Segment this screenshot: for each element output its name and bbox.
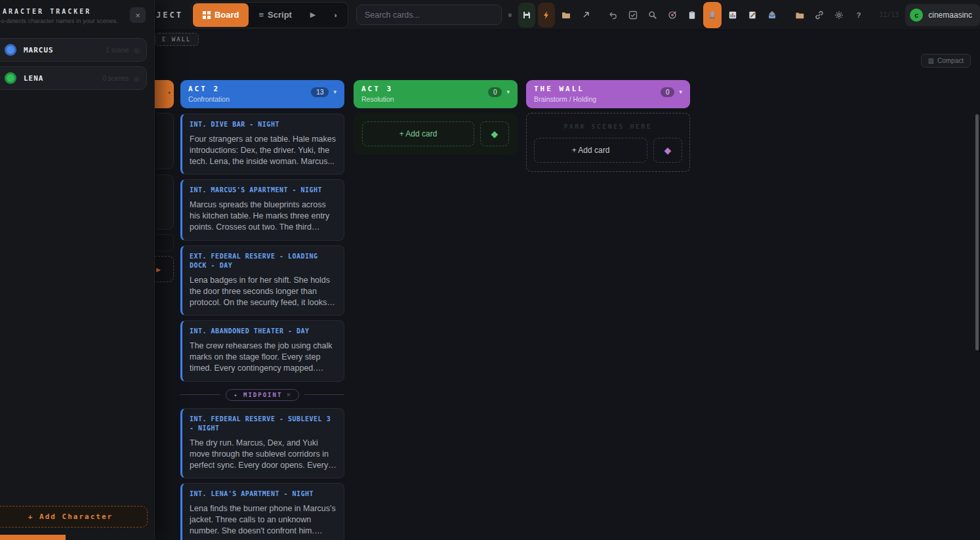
scene-card-title: INT. LENA'S APARTMENT - NIGHT <box>190 489 337 499</box>
scene-card-body: Four strangers at one table. Hale makes … <box>190 134 337 168</box>
scene-card-body: Lena finds the burner phone in Marcus's … <box>190 503 337 537</box>
character-row-lena[interactable]: LENA0 scenes◎ <box>0 66 147 90</box>
contrast-icon: ◑ <box>333 11 338 19</box>
column-the-wall: THE WALL Brainstorm / Holding 0 ▾ PARK S… <box>526 80 690 172</box>
play-icon: ▶ <box>310 10 316 19</box>
character-name: MARCUS <box>24 46 54 54</box>
act2-card-list: INT. DIVE BAR - NIGHTFour strangers at o… <box>180 114 344 540</box>
act2-column-header[interactable]: ACT 2 Confrontation 13 ▾ <box>180 80 344 108</box>
inbox-icon[interactable] <box>764 3 781 28</box>
chart-icon[interactable] <box>724 3 741 28</box>
act2-count-badge: 13 <box>311 87 329 97</box>
act3-column-body: + Add card ◆ <box>354 113 518 155</box>
locate-icon[interactable]: ◎ <box>134 47 140 54</box>
act1-card-sliver[interactable] <box>156 175 174 230</box>
tab-board[interactable]: Board <box>193 3 249 27</box>
tab-script[interactable]: ≡ Script <box>249 3 301 27</box>
character-avatar <box>5 44 16 56</box>
wall-collapse-caret-icon[interactable]: ▾ <box>679 87 682 95</box>
gear-icon[interactable] <box>830 3 847 28</box>
character-scene-count: 0 scenes <box>102 75 129 82</box>
toolbar-group-file <box>517 3 596 28</box>
diamond-icon: ◆ <box>491 129 499 139</box>
divider-line <box>304 394 344 395</box>
save-counter: 11/13 <box>879 11 899 18</box>
act2-collapse-caret-icon[interactable]: ▾ <box>333 87 337 95</box>
breadcrumb-chip-the-wall[interactable]: E WALL <box>155 33 199 46</box>
act3-collapse-caret-icon[interactable]: ▾ <box>506 87 510 95</box>
act1-card-sliver[interactable] <box>156 234 174 251</box>
column-act-3: ACT 3 Resolution 0 ▾ + Add card ◆ <box>354 80 518 155</box>
column-act-2: ACT 2 Confrontation 13 ▾ INT. DIVE BAR -… <box>180 80 344 540</box>
midpoint-label: ✦ MIDPOINT <box>234 392 282 398</box>
search-input[interactable] <box>356 5 502 25</box>
tab-script-label: Script <box>268 10 292 20</box>
scene-card[interactable]: INT. MARCUS'S APARTMENT - NIGHTMarcus sp… <box>180 179 344 240</box>
character-scene-count: 1 scene <box>106 47 129 54</box>
scene-card-title: EXT. FEDERAL RESERVE - LOADING DOCK - DA… <box>190 252 337 271</box>
wall-title: THE WALL <box>534 85 596 93</box>
magnifier-icon[interactable] <box>644 3 661 28</box>
user-menu[interactable]: c cinemaasinc <box>905 4 980 26</box>
clipboard-icon[interactable] <box>684 3 701 28</box>
park-scenes-placeholder: PARK SCENES HERE <box>534 123 682 130</box>
act3-column-header[interactable]: ACT 3 Resolution 0 ▾ <box>354 80 518 108</box>
help-icon[interactable]: ? <box>850 3 867 28</box>
act2-subtitle: Confrontation <box>188 95 230 103</box>
wall-subtitle: Brainstorm / Holding <box>534 95 596 103</box>
link-icon[interactable] <box>811 3 828 28</box>
act1-add-card-sliver[interactable]: ▶ <box>155 256 174 282</box>
scene-card-body: Lena badges in for her shift. She holds … <box>190 275 337 309</box>
project-title: JECT <box>156 10 183 20</box>
scene-card-body: The dry run. Marcus, Dex, and Yuki move … <box>190 438 337 472</box>
scene-card-title: INT. DIVE BAR - NIGHT <box>190 120 337 130</box>
midpoint-close-icon[interactable]: ✕ <box>286 392 291 398</box>
bottom-accent-bar <box>0 535 66 540</box>
scene-card[interactable]: INT. DIVE BAR - NIGHTFour strangers at o… <box>180 114 344 175</box>
act3-diamond-button[interactable]: ◆ <box>480 121 509 146</box>
play-button[interactable]: ▶ <box>302 3 324 27</box>
undo-icon[interactable] <box>605 3 622 28</box>
character-avatar <box>5 72 16 84</box>
share-arrow-icon[interactable] <box>577 3 594 28</box>
status-dot <box>508 13 512 17</box>
diamond-icon: ◆ <box>664 145 672 156</box>
scene-card-title: INT. MARCUS'S APARTMENT - NIGHT <box>190 186 337 196</box>
memo-icon[interactable] <box>744 3 761 28</box>
wall-diamond-button[interactable]: ◆ <box>653 138 682 163</box>
tab-board-label: Board <box>214 10 239 20</box>
act1-caret-icon: ▾ <box>168 90 171 96</box>
act1-column-header-sliver[interactable]: ▾ <box>155 80 174 108</box>
folder-icon[interactable] <box>791 3 808 28</box>
character-list: MARCUS1 scene◎LENA0 scenes◎ <box>0 38 147 90</box>
statue-icon[interactable] <box>703 2 722 28</box>
act1-card-sliver[interactable] <box>156 113 174 169</box>
act3-add-card-button[interactable]: + Add card <box>362 121 474 146</box>
scene-card-title: INT. FEDERAL RESERVE - SUBLEVEL 3 - NIGH… <box>190 415 337 434</box>
add-character-button[interactable]: + Add Character <box>0 506 148 528</box>
wall-count-badge: 0 <box>661 87 675 97</box>
scene-card-title: INT. ABANDONED THEATER - DAY <box>190 327 337 337</box>
locate-icon[interactable]: ◎ <box>134 75 140 82</box>
save-icon[interactable] <box>518 3 535 28</box>
wall-column-header[interactable]: THE WALL Brainstorm / Holding 0 ▾ <box>526 80 690 108</box>
scene-card[interactable]: EXT. FEDERAL RESERVE - LOADING DOCK - DA… <box>180 245 344 316</box>
character-row-marcus[interactable]: MARCUS1 scene◎ <box>0 38 147 62</box>
close-icon[interactable]: × <box>130 7 146 23</box>
target-icon[interactable] <box>664 3 681 28</box>
bolt-icon[interactable] <box>538 3 555 28</box>
user-avatar: c <box>910 9 923 22</box>
character-name: LENA <box>24 74 44 83</box>
checkbox-icon[interactable] <box>624 3 642 28</box>
scene-card[interactable]: INT. ABANDONED THEATER - DAYThe crew reh… <box>180 320 344 381</box>
act3-subtitle: Resolution <box>361 95 394 103</box>
vertical-scrollbar[interactable] <box>975 114 979 350</box>
scene-card[interactable]: INT. LENA'S APARTMENT - NIGHTLena finds … <box>180 483 344 540</box>
contrast-toggle-button[interactable]: ◑ <box>324 3 346 27</box>
panel-title: ARACTER TRACKER <box>3 8 91 15</box>
folder-open-icon[interactable] <box>558 3 575 28</box>
midpoint-pill[interactable]: ✦ MIDPOINT✕ <box>226 389 299 401</box>
character-tracker-panel: ARACTER TRACKER o-detects character name… <box>0 0 155 540</box>
wall-add-card-button[interactable]: + Add card <box>534 138 647 163</box>
scene-card[interactable]: INT. FEDERAL RESERVE - SUBLEVEL 3 - NIGH… <box>180 408 344 479</box>
